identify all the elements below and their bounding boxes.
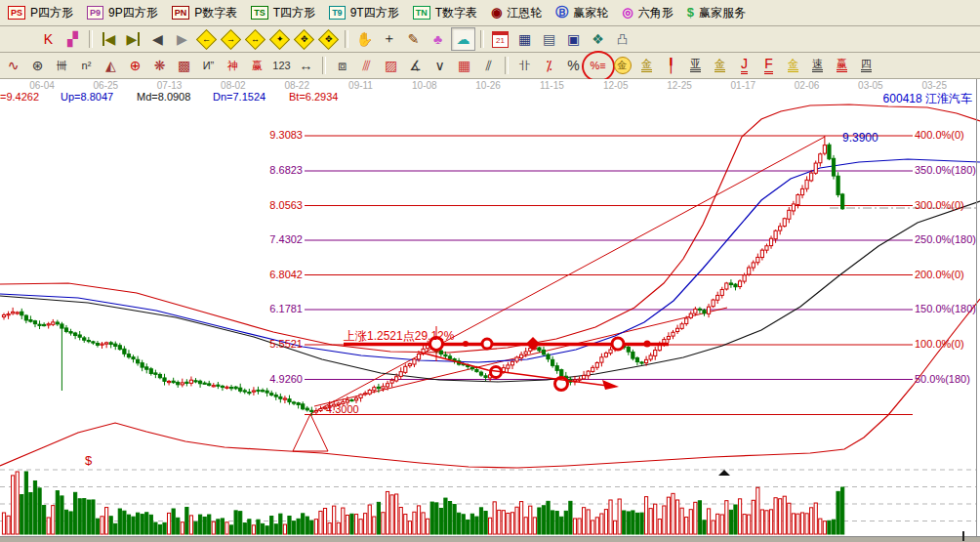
candle-body	[208, 384, 211, 386]
ruler-123-icon[interactable]: 123	[270, 55, 293, 76]
h-measure-icon[interactable]: ↔	[295, 55, 317, 76]
ts-square-button[interactable]: TST四方形	[251, 5, 315, 21]
fan-square-icon[interactable]: ▨	[380, 55, 402, 76]
rise-annotation-label[interactable]: 上涨1.2521点29.12%	[344, 328, 454, 345]
date-axis-label: 08-22	[284, 80, 309, 91]
gann-price-label: 8.6823	[259, 164, 303, 176]
diamond-expand-icon[interactable]: ✥	[293, 28, 315, 50]
hand-pan-icon[interactable]: ✋	[353, 28, 376, 50]
gold-lines2-icon[interactable]: 金	[709, 55, 731, 76]
volume-bar	[837, 491, 839, 534]
save-icon[interactable]: ▣	[562, 28, 585, 50]
candle-body	[92, 342, 95, 343]
brain-tool-icon[interactable]: ☁	[451, 27, 475, 51]
volume-bar	[756, 487, 759, 534]
volume-bar	[333, 506, 336, 534]
n-wave-icon[interactable]: И”	[197, 55, 220, 76]
tn-table-button[interactable]: TNT数字表	[413, 5, 477, 21]
diamond-compress-icon[interactable]: ✦	[268, 28, 291, 50]
band-value-label: Up=8.8047	[61, 91, 113, 103]
candle-brush-icon[interactable]: ╿	[660, 55, 682, 76]
si-lines-icon[interactable]: 四	[855, 55, 878, 76]
diamond-full-view-icon[interactable]: ✥	[317, 28, 340, 50]
hexagon-button[interactable]: ◎六角形	[622, 5, 673, 21]
set-square-icon[interactable]: ◭	[100, 55, 122, 76]
gann-wheel-button[interactable]: ◉江恩轮	[491, 5, 542, 21]
p9-square-button[interactable]: P99P四方形	[87, 5, 158, 21]
ying-tool-icon[interactable]: 赢	[246, 55, 268, 76]
first-bar-icon[interactable]: ◀	[98, 28, 120, 50]
ray-fan-icon[interactable]: ⫻	[355, 55, 378, 76]
color-chart-icon[interactable]: ▞	[61, 28, 84, 50]
print-icon[interactable]: 凸	[611, 28, 633, 50]
gold-coin-icon[interactable]: 金	[611, 55, 633, 76]
last-bar-icon[interactable]: ▶	[122, 28, 144, 50]
pn-table-button[interactable]: PNP数字表	[172, 5, 238, 21]
diamond-left-icon[interactable]: ←	[195, 28, 218, 50]
winner-wheel-button[interactable]: Ⓑ赢家轮	[555, 5, 608, 21]
candle-body	[346, 400, 348, 402]
volume-bar	[78, 499, 81, 534]
diamond-right-icon[interactable]: →	[220, 28, 242, 50]
wave-a-icon[interactable]: 亚	[684, 55, 707, 76]
f-angle-icon[interactable]: F	[757, 55, 780, 76]
calendar-icon[interactable]: 21	[489, 28, 511, 50]
candle-body	[542, 350, 545, 354]
volume-bar	[689, 510, 692, 534]
parallel-lines-icon[interactable]: ⫽	[477, 55, 500, 76]
save-web-icon[interactable]: ❖	[587, 28, 609, 50]
pivot-circle-marker[interactable]	[482, 339, 492, 349]
angle-line-icon[interactable]: ∡	[404, 55, 427, 76]
volume-bar	[390, 495, 393, 534]
n-square-icon[interactable]: n²	[75, 55, 98, 76]
volume-bar	[368, 505, 371, 534]
column-meter-icon[interactable]: 卝	[513, 55, 536, 76]
wave-cut-icon[interactable]: ∿	[2, 55, 24, 76]
diamond-h-expand-icon[interactable]: ↔	[244, 28, 266, 50]
volume-bar	[382, 513, 385, 534]
volume-bar	[769, 510, 772, 534]
volume-bar	[373, 517, 376, 534]
t9-square-button[interactable]: T99T四方形	[329, 5, 399, 21]
winner-service-button[interactable]: $赢家服务	[687, 5, 746, 21]
diamond-full-view-icon: ✥	[318, 28, 339, 49]
j-angle-icon[interactable]: J	[733, 55, 755, 76]
stock-filter-icon[interactable]: K	[37, 28, 60, 50]
percent-slash-icon[interactable]: ⁒	[538, 55, 560, 76]
ps-square-button[interactable]: PSP四方形	[8, 5, 73, 21]
web-square-icon[interactable]: ▩	[173, 55, 195, 76]
gann-wheel-tool-icon[interactable]: ⊛	[26, 55, 49, 76]
grid-tool-icon[interactable]: ▦	[453, 55, 475, 76]
ying-lines-icon[interactable]: 赢	[831, 55, 853, 76]
pivot-dot-marker[interactable]	[644, 341, 651, 348]
gold-angle-icon[interactable]: 金	[782, 55, 804, 76]
calculator-icon[interactable]: ▦	[513, 28, 536, 50]
candle-body	[765, 246, 768, 250]
next-bar-icon[interactable]: ▶	[171, 28, 193, 50]
horizontal-scrollbar[interactable]	[0, 536, 980, 542]
candle-body	[78, 335, 81, 337]
pivot-circle-marker[interactable]	[612, 338, 624, 350]
volume-bar	[359, 520, 362, 534]
trendline-pen-icon[interactable]: ✎	[402, 28, 425, 50]
price-comb-icon[interactable]: 卌	[51, 55, 73, 76]
notepad-icon[interactable]: ▤	[538, 28, 560, 50]
su-lines-icon[interactable]: 速	[806, 55, 829, 76]
spider-web-icon[interactable]: ❋	[148, 55, 171, 76]
volume-bar	[212, 521, 215, 534]
crosshair-icon[interactable]: ＋	[378, 28, 400, 50]
candle-body	[12, 312, 15, 313]
prev-bar-icon[interactable]: ◀	[146, 28, 169, 50]
gold-lines-icon[interactable]: 金	[635, 55, 658, 76]
candle-body	[105, 343, 108, 344]
candle-body	[756, 257, 759, 262]
box-tool-icon[interactable]: ⧈	[331, 55, 353, 76]
v-wave-icon[interactable]: ∨	[429, 55, 451, 76]
shen-tool-icon[interactable]: 神	[222, 55, 244, 76]
pivot-dot-marker[interactable]	[463, 341, 469, 347]
target-circle-icon[interactable]: ⊕	[124, 55, 146, 76]
volume-bar	[395, 494, 398, 534]
chart-canvas[interactable]: 06-0406-2507-1308-0208-2209-1110-0810-26…	[0, 79, 980, 536]
fractal-tree-icon[interactable]: ♣	[427, 28, 449, 50]
percent-lines-icon[interactable]: %≡	[587, 55, 609, 76]
